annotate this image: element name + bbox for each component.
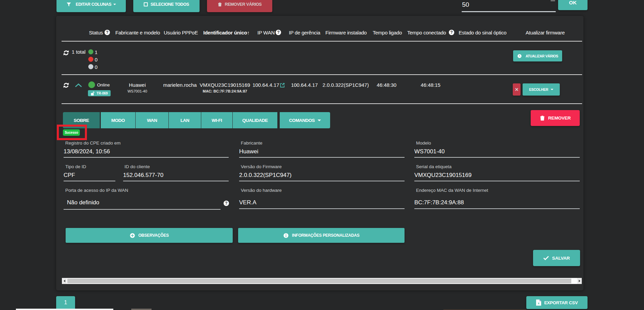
svg-text:x: x <box>538 302 539 305</box>
